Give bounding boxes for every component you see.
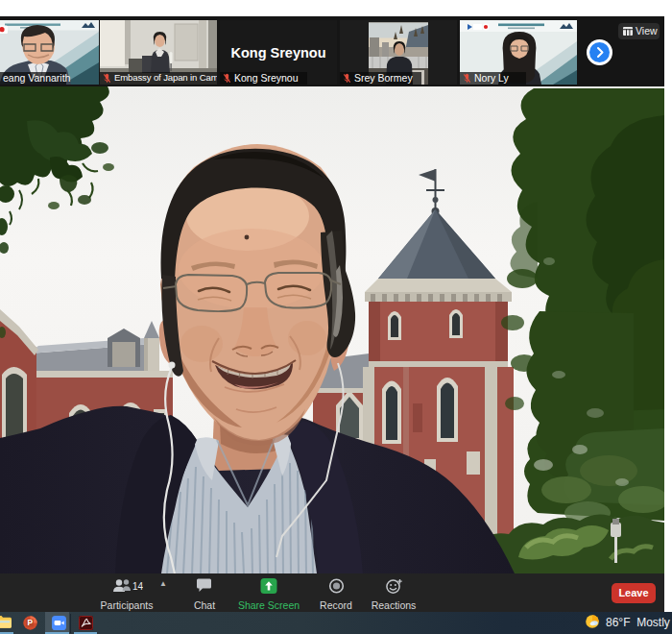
svg-text:P: P	[28, 618, 34, 627]
svg-text:14: 14	[132, 581, 143, 592]
